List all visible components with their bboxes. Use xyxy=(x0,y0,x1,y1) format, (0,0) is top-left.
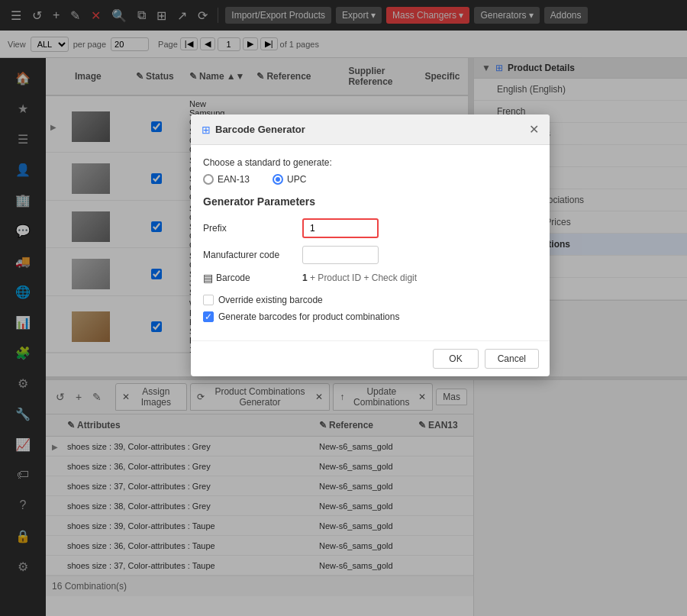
barcode-text-label: Barcode xyxy=(216,273,250,283)
modal-body: Choose a standard to generate: EAN-13 UP… xyxy=(191,145,550,340)
manufacturer-code-input[interactable] xyxy=(302,246,379,264)
override-checkbox-row: Override existing barcode xyxy=(203,295,537,305)
modal-header: ⊞ Barcode Generator ✕ xyxy=(191,114,550,145)
barcode-generator-modal: ⊞ Barcode Generator ✕ Choose a standard … xyxy=(191,114,550,376)
radio-ean13[interactable]: EAN-13 xyxy=(203,174,250,185)
barcode-row: ▤ Barcode 1 + Product ID + Check digit xyxy=(203,272,537,284)
ok-label: OK xyxy=(449,353,462,364)
modal-footer: OK Cancel xyxy=(191,340,550,376)
override-label: Override existing barcode xyxy=(218,295,323,305)
radio-upc[interactable]: UPC xyxy=(273,174,306,185)
barcode-formula: 1 + Product ID + Check digit xyxy=(302,273,417,283)
barcode-icon: ▤ xyxy=(203,272,213,284)
modal-icon: ⊞ xyxy=(202,124,211,136)
standard-section: Choose a standard to generate: EAN-13 UP… xyxy=(203,157,537,185)
manufacturer-code-label: Manufacturer code xyxy=(203,250,302,260)
modal-title-area: ⊞ Barcode Generator xyxy=(202,124,305,136)
modal-title: Barcode Generator xyxy=(215,124,305,135)
prefix-label: Prefix xyxy=(203,223,302,234)
generate-checkbox[interactable]: ✓ xyxy=(203,311,214,322)
radio-circle-upc xyxy=(273,174,283,185)
radio-dot-upc xyxy=(276,177,280,182)
override-checkbox[interactable] xyxy=(203,295,214,305)
cancel-label: Cancel xyxy=(498,353,526,364)
modal-overlay: ⊞ Barcode Generator ✕ Choose a standard … xyxy=(0,0,687,616)
prefix-row: Prefix xyxy=(203,218,537,238)
generate-checkbox-row: ✓ Generate barcodes for product combinat… xyxy=(203,311,537,322)
prefix-input[interactable] xyxy=(302,218,379,238)
manufacturer-code-row: Manufacturer code xyxy=(203,246,537,264)
formula-one: 1 xyxy=(302,273,308,283)
modal-close-button[interactable]: ✕ xyxy=(529,122,539,137)
cancel-button[interactable]: Cancel xyxy=(485,349,539,369)
formula-plus1: + Product ID + Check digit xyxy=(310,273,417,283)
ean13-label: EAN-13 xyxy=(218,174,250,185)
radio-group: EAN-13 UPC xyxy=(203,174,537,185)
standard-label: Choose a standard to generate: xyxy=(203,157,332,168)
generator-params-title: Generator Parameters xyxy=(203,195,537,208)
ok-button[interactable]: OK xyxy=(433,349,478,369)
upc-label: UPC xyxy=(287,174,306,185)
radio-circle-ean13 xyxy=(203,174,214,185)
generate-label: Generate barcodes for product combinatio… xyxy=(218,311,399,322)
barcode-label-area: ▤ Barcode xyxy=(203,272,302,284)
